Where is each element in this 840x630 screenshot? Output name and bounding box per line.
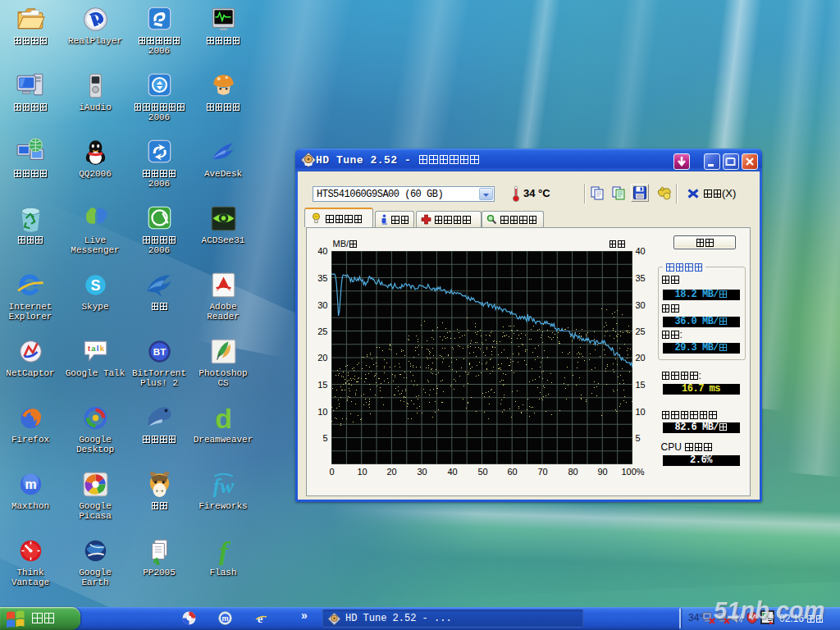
svg-text:d: d — [215, 404, 232, 432]
svg-text:m: m — [25, 477, 36, 491]
svg-text:BT: BT — [153, 346, 166, 357]
svg-text:l: l — [96, 344, 98, 353]
svg-text:m: m — [221, 614, 228, 623]
svg-text:fw: fw — [212, 474, 234, 498]
svg-text:a: a — [91, 344, 96, 353]
svg-text:S: S — [90, 277, 100, 294]
svg-text:f: f — [218, 536, 231, 565]
svg-text:k: k — [99, 344, 104, 353]
